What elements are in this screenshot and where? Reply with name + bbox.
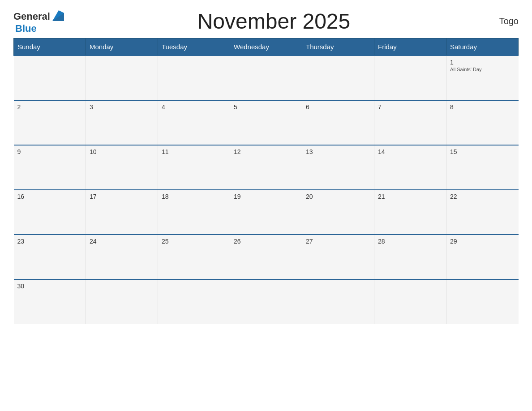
calendar-week-row: 2345678 [14, 100, 519, 145]
calendar-day-cell [302, 279, 374, 324]
calendar-day-cell [374, 56, 446, 100]
calendar-day-cell: 17 [86, 190, 158, 235]
calendar-day-cell: 9 [14, 145, 86, 190]
day-number: 6 [306, 103, 370, 111]
holiday-label: All Saints' Day [450, 67, 515, 72]
calendar-day-cell: 24 [86, 235, 158, 279]
calendar-day-cell: 12 [230, 145, 302, 190]
day-number: 12 [234, 148, 298, 155]
calendar-day-cell: 1All Saints' Day [446, 56, 519, 100]
country-label: Togo [483, 16, 519, 26]
logo-general-text: General [13, 12, 50, 21]
day-number: 3 [90, 103, 154, 111]
calendar-day-cell [86, 56, 158, 100]
day-number: 20 [306, 193, 370, 200]
calendar-header-row: SundayMondayTuesdayWednesdayThursdayFrid… [14, 39, 519, 56]
calendar-day-cell: 2 [14, 100, 86, 145]
calendar-day-cell [302, 56, 374, 100]
calendar-week-row: 1All Saints' Day [14, 56, 519, 100]
day-of-week-header: Saturday [446, 39, 519, 56]
calendar-day-cell: 18 [158, 190, 230, 235]
calendar-day-cell: 25 [158, 235, 230, 279]
calendar-day-cell: 19 [230, 190, 302, 235]
day-number: 8 [450, 103, 515, 111]
calendar-day-cell: 15 [446, 145, 519, 190]
day-number: 23 [17, 238, 82, 245]
calendar-day-cell: 4 [158, 100, 230, 145]
calendar-day-cell: 14 [374, 145, 446, 190]
calendar-day-cell: 5 [230, 100, 302, 145]
day-number: 28 [378, 238, 442, 245]
calendar-day-cell: 3 [86, 100, 158, 145]
day-number: 15 [450, 148, 515, 155]
calendar-day-cell [86, 279, 158, 324]
day-number: 27 [306, 238, 370, 245]
day-of-week-header: Monday [86, 39, 158, 56]
day-of-week-header: Friday [374, 39, 446, 56]
day-number: 16 [17, 193, 82, 200]
calendar-day-cell [446, 279, 519, 324]
calendar-day-cell [230, 56, 302, 100]
calendar-day-cell [14, 56, 86, 100]
day-number: 10 [90, 148, 154, 155]
day-number: 14 [378, 148, 442, 155]
calendar-day-cell: 20 [302, 190, 374, 235]
day-number: 9 [17, 148, 82, 155]
day-number: 21 [378, 193, 442, 200]
calendar-day-cell: 8 [446, 100, 519, 145]
page-header: General Blue November 2025 Togo [13, 9, 519, 34]
calendar-day-cell: 21 [374, 190, 446, 235]
day-number: 5 [234, 103, 298, 111]
day-number: 2 [17, 103, 82, 111]
calendar-day-cell [158, 56, 230, 100]
day-number: 18 [162, 193, 226, 200]
day-number: 13 [306, 148, 370, 155]
day-number: 7 [378, 103, 442, 111]
calendar-day-cell: 28 [374, 235, 446, 279]
calendar-week-row: 30 [14, 279, 519, 324]
day-number: 25 [162, 238, 226, 245]
day-number: 17 [90, 193, 154, 200]
day-number: 4 [162, 103, 226, 111]
calendar-day-cell: 30 [14, 279, 86, 324]
calendar-day-cell: 22 [446, 190, 519, 235]
day-of-week-header: Thursday [302, 39, 374, 56]
day-number: 26 [234, 238, 298, 245]
day-of-week-header: Wednesday [230, 39, 302, 56]
logo: General Blue [13, 9, 65, 34]
calendar-day-cell: 16 [14, 190, 86, 235]
calendar-day-cell: 13 [302, 145, 374, 190]
calendar-day-cell: 23 [14, 235, 86, 279]
calendar-day-cell [374, 279, 446, 324]
calendar-table: SundayMondayTuesdayWednesdayThursdayFrid… [13, 38, 519, 324]
calendar-day-cell [230, 279, 302, 324]
calendar-day-cell: 27 [302, 235, 374, 279]
day-of-week-header: Tuesday [158, 39, 230, 56]
calendar-day-cell [158, 279, 230, 324]
day-number: 19 [234, 193, 298, 200]
day-number: 29 [450, 238, 515, 245]
day-of-week-header: Sunday [14, 39, 86, 56]
calendar-day-cell: 26 [230, 235, 302, 279]
calendar-day-cell: 10 [86, 145, 158, 190]
logo-blue-text: Blue [15, 24, 37, 34]
calendar-day-cell: 6 [302, 100, 374, 145]
page-title: November 2025 [65, 9, 483, 34]
calendar-day-cell: 29 [446, 235, 519, 279]
calendar-week-row: 9101112131415 [14, 145, 519, 190]
logo-icon [51, 9, 65, 23]
calendar-week-row: 23242526272829 [14, 235, 519, 279]
calendar-day-cell: 7 [374, 100, 446, 145]
calendar-day-cell: 11 [158, 145, 230, 190]
day-number: 24 [90, 238, 154, 245]
day-number: 11 [162, 148, 226, 155]
calendar-week-row: 16171819202122 [14, 190, 519, 235]
day-number: 22 [450, 193, 515, 200]
day-number: 1 [450, 59, 515, 66]
day-number: 30 [17, 283, 82, 290]
